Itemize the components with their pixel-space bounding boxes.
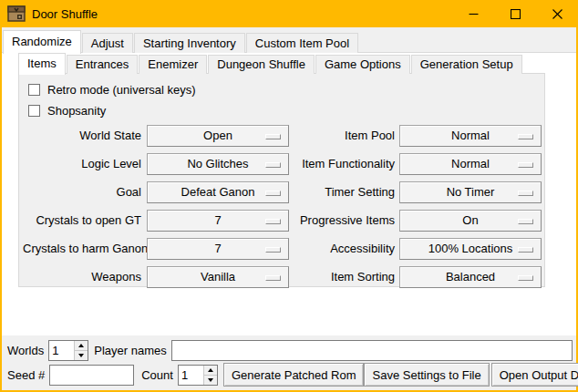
worlds-spin-buttons [74, 341, 88, 360]
tab-adjust[interactable]: Adjust [82, 33, 133, 53]
retro-mode-checkbox[interactable] [28, 84, 40, 96]
timer-setting-label: Timer Setting [296, 181, 395, 203]
worlds-spinbox[interactable]: 1 [48, 340, 88, 361]
spin-up-button[interactable] [75, 341, 88, 350]
save-settings-button[interactable]: Save Settings to File [364, 363, 489, 387]
dropdown-indicator-icon [265, 219, 281, 224]
goal-label: Goal [23, 181, 141, 203]
retro-mode-checkbox-row[interactable]: Retro mode (universal keys) [28, 79, 544, 100]
maximize-button[interactable] [494, 0, 536, 27]
item-pool-label: Item Pool [296, 125, 395, 147]
seed-row: Seed # Count 1 Generate Patched Rom Save… [7, 363, 573, 387]
count-value: 1 [179, 366, 203, 385]
player-names-label: Player names [94, 344, 166, 357]
settings-row: Logic Level No Glitches Item Functionali… [23, 153, 544, 175]
tab-enemizer[interactable]: Enemizer [139, 55, 207, 74]
crystals-gt-label: Crystals to open GT [23, 210, 141, 232]
crystals-gt-value: 7 [214, 213, 221, 227]
weapons-dropdown[interactable]: Vanilla [147, 266, 289, 288]
crystals-gt-dropdown[interactable]: 7 [147, 210, 289, 232]
spin-up-icon [78, 344, 84, 347]
tab-randomize[interactable]: Randomize [3, 30, 81, 54]
dropdown-indicator-icon [265, 247, 281, 253]
spin-down-icon [208, 378, 213, 382]
dropdown-indicator-icon [265, 134, 281, 139]
item-functionality-label: Item Functionality [296, 153, 395, 175]
dropdown-indicator-icon [265, 275, 281, 281]
spin-up-button[interactable] [204, 366, 217, 375]
count-spin-buttons [203, 366, 217, 385]
dropdown-indicator-icon [518, 162, 533, 168]
tab-starting-inventory[interactable]: Starting Inventory [134, 33, 245, 53]
crystals-ganon-label: Crystals to harm Ganon [23, 238, 141, 260]
tab-entrances[interactable]: Entrances [67, 55, 139, 74]
tab-items[interactable]: Items [18, 53, 66, 75]
goal-dropdown[interactable]: Defeat Ganon [147, 181, 289, 203]
app-chest-icon [7, 5, 26, 23]
progressive-items-value: On [462, 213, 478, 227]
window-controls [452, 0, 578, 27]
spin-down-button[interactable] [204, 375, 217, 385]
timer-setting-value: No Timer [447, 185, 495, 199]
minimize-icon [469, 9, 479, 19]
dropdown-indicator-icon [265, 162, 281, 168]
logic-level-dropdown[interactable]: No Glitches [147, 153, 289, 175]
accessibility-label: Accessibility [296, 238, 395, 260]
open-output-directory-button[interactable]: Open Output Directory [491, 363, 578, 387]
item-sorting-dropdown[interactable]: Balanced [399, 266, 542, 288]
spin-down-icon [78, 354, 84, 357]
spin-down-button[interactable] [75, 350, 88, 360]
tab-custom-item-pool[interactable]: Custom Item Pool [246, 33, 358, 53]
worlds-row: Worlds 1 Player names [7, 339, 573, 361]
main-tab-bar: Randomize Adjust Starting Inventory Cust… [3, 30, 359, 53]
item-sorting-label: Item Sorting [296, 266, 395, 288]
progressive-items-label: Progressive Items [296, 210, 395, 232]
dropdown-indicator-icon [518, 247, 533, 253]
settings-row: Weapons Vanilla Item Sorting Balanced [23, 266, 544, 288]
item-pool-dropdown[interactable]: Normal [399, 125, 542, 147]
dropdown-indicator-icon [518, 134, 533, 139]
shopsanity-checkbox[interactable] [28, 105, 40, 117]
accessibility-value: 100% Locations [428, 242, 513, 255]
seed-input[interactable] [49, 365, 134, 386]
world-state-dropdown[interactable]: Open [147, 125, 289, 147]
worlds-value: 1 [49, 341, 74, 360]
weapons-value: Vanilla [201, 270, 235, 284]
goal-value: Defeat Ganon [181, 185, 255, 199]
close-button[interactable] [536, 0, 578, 27]
tab-generation-setup[interactable]: Generation Setup [411, 55, 522, 74]
retro-mode-label: Retro mode (universal keys) [47, 83, 196, 97]
weapons-label: Weapons [23, 266, 141, 288]
timer-setting-dropdown[interactable]: No Timer [399, 181, 542, 203]
item-functionality-value: Normal [451, 157, 490, 170]
settings-row: Goal Defeat Ganon Timer Setting No Timer [23, 181, 544, 203]
world-state-value: Open [203, 129, 232, 142]
maximize-icon [511, 9, 521, 19]
dropdown-indicator-icon [265, 191, 281, 196]
titlebar: Door Shuffle [0, 0, 578, 27]
item-sorting-value: Balanced [446, 270, 495, 284]
progressive-items-dropdown[interactable]: On [399, 210, 542, 232]
tab-game-options[interactable]: Game Options [315, 55, 410, 74]
close-icon [552, 9, 563, 19]
count-spinbox[interactable]: 1 [178, 365, 218, 386]
minimize-button[interactable] [452, 0, 494, 27]
shopsanity-label: Shopsanity [47, 104, 106, 118]
settings-row: Crystals to harm Ganon 7 Accessibility 1… [23, 238, 544, 260]
accessibility-dropdown[interactable]: 100% Locations [399, 238, 542, 260]
generate-patched-rom-button[interactable]: Generate Patched Rom [223, 363, 365, 387]
sub-tab-bar: Items Entrances Enemizer Dungeon Shuffle… [18, 53, 523, 74]
logic-level-label: Logic Level [23, 153, 141, 175]
app-window: Door Shuffle Randomize Adjust Starting I… [0, 0, 578, 392]
settings-grid: World State Open Item Pool Normal Logic … [23, 125, 544, 288]
settings-row: World State Open Item Pool Normal [23, 125, 544, 147]
player-names-input[interactable] [171, 340, 573, 361]
world-state-label: World State [23, 125, 141, 147]
shopsanity-checkbox-row[interactable]: Shopsanity [28, 100, 544, 121]
tab-dungeon-shuffle[interactable]: Dungeon Shuffle [208, 55, 315, 74]
window-title: Door Shuffle [32, 7, 98, 21]
crystals-ganon-value: 7 [214, 242, 221, 255]
dropdown-indicator-icon [518, 191, 533, 196]
item-functionality-dropdown[interactable]: Normal [399, 153, 542, 175]
crystals-ganon-dropdown[interactable]: 7 [147, 238, 289, 260]
